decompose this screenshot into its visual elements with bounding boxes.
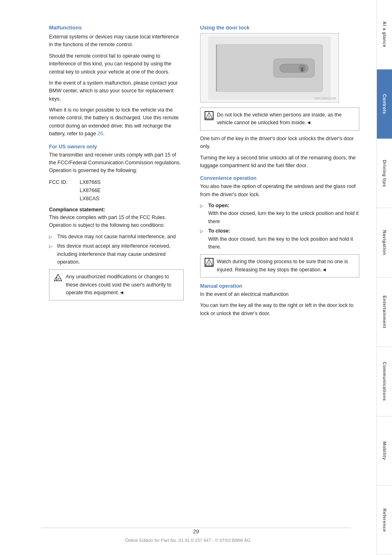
page-number: 29 [193, 528, 199, 535]
closing-warning: ! Watch during the closing process to be… [200, 254, 359, 278]
sidebar-tab-entertainment[interactable]: Entertainment [377, 278, 392, 347]
compliance-bullets: This device may not cause harmful interf… [49, 233, 184, 266]
door-image-inner [200, 34, 339, 102]
to-open-item: To open: With the door closed, turn the … [200, 202, 359, 226]
convenience-heading: Convenience operation [200, 175, 359, 181]
fcc-value-3: LX8CAS [80, 195, 100, 203]
malfunctions-heading: Malfunctions [49, 25, 184, 31]
main-content: Malfunctions External systems or devices… [0, 0, 376, 555]
fcc-row: FCC ID: LX8766S LX8766E LX8CAS [49, 178, 184, 203]
compliance-heading: Compliance statement: [49, 207, 105, 213]
manual-heading: Manual operation [200, 283, 359, 289]
sidebar: At a glance Controls Driving tips Naviga… [376, 0, 392, 555]
svg-rect-8 [301, 69, 303, 72]
to-close-text: With the door closed, turn the key to th… [208, 236, 353, 250]
right-column: Using the door lock [196, 25, 359, 530]
sidebar-tab-controls[interactable]: Controls [377, 69, 392, 139]
bullet-1: This device may not cause harmful interf… [49, 233, 184, 241]
open-close-list: To open: With the door closed, turn the … [200, 202, 359, 251]
fcc-value-2: LX8766E [80, 186, 100, 195]
page-wrapper: Malfunctions External systems or devices… [0, 0, 392, 555]
svg-text:!: ! [208, 114, 209, 119]
malfunctions-para4: When it is no longer possible to lock th… [49, 106, 184, 138]
manual-para2: You can turn the key all the way to the … [200, 302, 359, 318]
sidebar-tab-navigation[interactable]: Navigation [377, 208, 392, 278]
page-footer: Online Edition for Part No. 01 41 0 157 … [0, 538, 376, 543]
svg-text:!: ! [208, 261, 209, 266]
svg-text:▷: ▷ [56, 276, 60, 281]
fcc-id-label: FCC ID: [49, 178, 80, 203]
fcc-table: FCC ID: LX8766S LX8766E LX8CAS [49, 178, 184, 203]
closing-warning-text: Watch during the closing process to be s… [217, 258, 355, 274]
for-us-text1: The transmitter and receiver units compl… [49, 151, 184, 175]
to-close-label: To close: [208, 228, 230, 234]
door-lock-warning: ! Do not lock the vehicle when persons a… [200, 107, 359, 131]
to-close-item: To close: With the door closed, turn the… [200, 227, 359, 251]
fcc-value-1: LX8766S [80, 178, 100, 186]
warning-text: Do not lock the vehicle when persons are… [217, 111, 355, 127]
notice-box: ▷ Any unauthorized modifications or chan… [49, 269, 184, 300]
to-open-text: With the door closed, turn the key to th… [208, 210, 359, 224]
manual-para1: In the event of an electrical malfunctio… [200, 291, 359, 298]
door-para2: Turning the key a second time unlocks al… [200, 154, 359, 170]
malfunctions-para3: In the event of a system malfunction, pl… [49, 79, 184, 103]
left-column: Malfunctions External systems or devices… [49, 25, 196, 530]
sidebar-tab-driving-tips[interactable]: Driving tips [377, 139, 392, 208]
door-lock-image: VPC0001/AR [200, 33, 339, 103]
sidebar-tab-mobility[interactable]: Mobility [377, 416, 392, 486]
notice-triangle-icon: ▷ [53, 273, 62, 282]
compliance-text: This device complies with part 15 of the… [49, 215, 166, 228]
sidebar-tab-communications[interactable]: Communications [377, 347, 392, 416]
warning-triangle-icon: ! [205, 111, 214, 120]
door-para1: One turn of the key in the driver's door… [200, 135, 359, 151]
door-svg [208, 36, 331, 100]
sidebar-tab-at-a-glance[interactable]: At a glance [377, 0, 392, 69]
image-watermark: VPC0001/AR [314, 96, 336, 101]
fcc-id-values: LX8766S LX8766E LX8CAS [80, 178, 100, 203]
sidebar-tab-reference[interactable]: Reference [377, 486, 392, 555]
convenience-para: You also have the option of operating th… [200, 183, 359, 199]
malfunctions-para1: External systems or devices may cause lo… [49, 33, 184, 49]
notice-text: Any unauthorized modifications or change… [66, 273, 179, 297]
page-number-line [41, 528, 351, 528]
for-us-owners-heading: For US owners only [49, 144, 184, 150]
closing-warning-icon: ! [205, 258, 214, 267]
malfunctions-para2: Should the remote control fail to operat… [49, 52, 184, 76]
to-open-label: To open: [208, 203, 229, 208]
door-lock-heading: Using the door lock [200, 25, 359, 31]
bullet-2: this device must accept any interference… [49, 242, 184, 266]
compliance-statement: Compliance statement: This device compli… [49, 206, 184, 230]
